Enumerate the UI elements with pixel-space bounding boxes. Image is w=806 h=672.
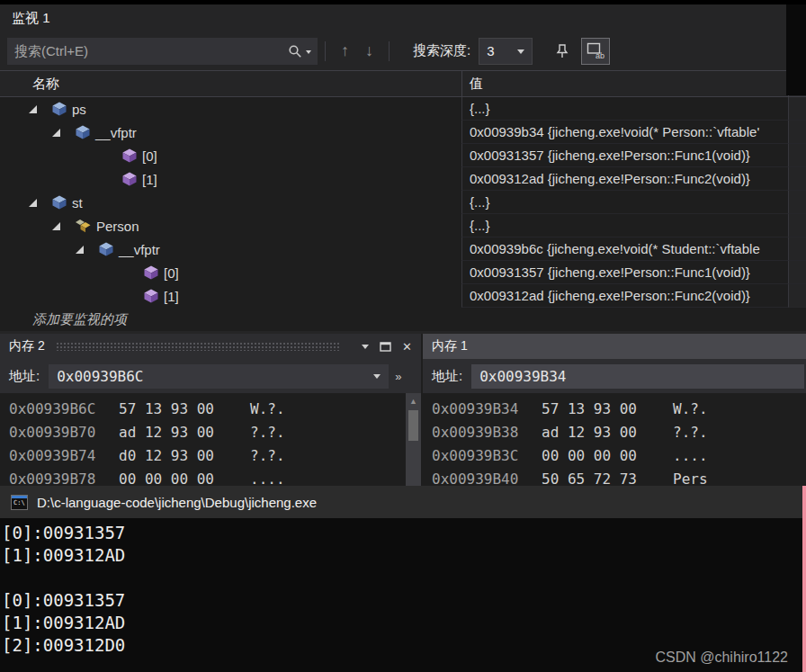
add-watch-row[interactable]: 添加要监视的项 <box>0 308 806 331</box>
memory2-titlebar[interactable]: 内存 2 ✕ <box>0 334 421 359</box>
memory1-titlebar[interactable]: 内存 1 <box>423 334 806 359</box>
watch-panel-titlebar[interactable]: 监视 1 <box>0 4 806 31</box>
search-box-icons <box>288 44 318 58</box>
expand-arrow-icon[interactable] <box>29 199 37 207</box>
tree-row[interactable]: st {...} <box>0 191 806 214</box>
base-class-icon <box>76 219 91 233</box>
memory1-title: 内存 1 <box>432 338 468 354</box>
search-icon[interactable] <box>288 44 302 58</box>
arrow-up-icon[interactable]: ↑ <box>333 41 357 60</box>
vertical-scrollbar[interactable]: ▲ <box>406 393 421 486</box>
toolbar-separator <box>325 41 326 61</box>
row-value[interactable]: 0x00939b6c {jicheng.exe!void(* Student::… <box>461 237 788 261</box>
tree-row[interactable]: Person {...} <box>0 214 806 237</box>
expand-arrow-icon[interactable] <box>29 105 37 113</box>
row-value[interactable]: 0x009312ad {jicheng.exe!Person::Func2(vo… <box>461 167 788 191</box>
search-input[interactable] <box>7 43 288 58</box>
row-name: Person <box>96 219 139 234</box>
row-gutter <box>788 214 806 237</box>
row-gutter <box>788 284 806 308</box>
row-value[interactable]: 0x00931357 {jicheng.exe!Person::Func1(vo… <box>461 144 788 167</box>
row-value[interactable]: 0x00939b34 {jicheng.exe!void(* Person::`… <box>461 121 788 144</box>
search-depth-combo[interactable]: 3 <box>479 38 533 65</box>
memory-row: 0x00939B70 ad 12 93 00 ?.?. <box>9 420 421 444</box>
console-output: [0]:00931357 [1]:009312AD [0]:00931357 [… <box>0 518 802 657</box>
ab-box-icon: ab <box>587 42 605 59</box>
vs-debugger-screen: 监视 1 ↑ ↓ 搜索深度: 3 <box>0 0 806 672</box>
memory2-panel: 内存 2 ✕ 地址: 0x00939B6C » 0x00939B6C 57 13… <box>0 334 421 486</box>
tree-row[interactable]: __vfptr 0x00939b6c {jicheng.exe!void(* S… <box>0 237 806 261</box>
row-name: __vfptr <box>95 125 137 140</box>
row-name: [1] <box>164 289 179 304</box>
memory-row: 0x00939B3C 00 00 00 00 .... <box>432 444 806 467</box>
chevron-down-icon <box>373 374 381 382</box>
row-value[interactable]: {...} <box>461 191 788 214</box>
method-icon <box>144 289 158 303</box>
ab-box-button[interactable]: ab <box>581 38 610 65</box>
scrollbar-thumb[interactable] <box>408 410 418 441</box>
close-icon[interactable]: ✕ <box>402 340 412 354</box>
row-name: ps <box>72 102 86 117</box>
console-window: D:\c-language-code\jicheng\Debug\jicheng… <box>0 486 806 672</box>
row-gutter <box>788 97 806 121</box>
column-header-value-label: 值 <box>470 76 483 93</box>
tree-row[interactable]: __vfptr 0x00939b34 {jicheng.exe!void(* P… <box>0 121 806 144</box>
row-name: st <box>72 195 83 211</box>
row-value[interactable]: 0x00931357 {jicheng.exe!Person::Func1(vo… <box>461 261 788 284</box>
chevron-down-icon[interactable] <box>306 50 311 57</box>
memory1-address-combo[interactable]: 0x00939B34 <box>471 364 804 389</box>
row-gutter <box>788 144 806 167</box>
search-box[interactable] <box>7 38 318 65</box>
expand-arrow-icon[interactable] <box>52 222 60 230</box>
expand-arrow-icon[interactable] <box>52 129 60 137</box>
row-value[interactable]: {...} <box>461 214 788 237</box>
tree-row[interactable]: [0] 0x00931357 {jicheng.exe!Person::Func… <box>0 261 806 284</box>
field-icon <box>76 125 90 139</box>
memory-row: 0x00939B38 ad 12 93 00 ?.?. <box>432 420 806 444</box>
column-header-name[interactable]: 名称 <box>0 71 461 96</box>
watch-toolbar: ↑ ↓ 搜索深度: 3 ab <box>0 31 806 70</box>
arrow-down-icon[interactable]: ↓ <box>357 41 381 60</box>
overflow-chevrons-icon[interactable]: » <box>395 370 399 383</box>
field-icon <box>52 195 67 210</box>
memory2-content: 0x00939B6C 57 13 93 00 W.?. 0x00939B70 a… <box>0 393 421 486</box>
row-value[interactable]: {...} <box>461 97 788 121</box>
expand-arrow-icon[interactable] <box>76 246 84 254</box>
row-gutter <box>788 237 806 261</box>
drag-grip[interactable] <box>56 342 340 351</box>
pin-button[interactable] <box>547 38 576 65</box>
method-icon <box>122 172 137 186</box>
scroll-up-icon[interactable]: ▲ <box>406 393 421 408</box>
column-header-value[interactable]: 值 <box>461 71 788 96</box>
watermark: CSDN @chihiro1122 <box>655 650 788 666</box>
row-name: [0] <box>142 148 157 164</box>
tree-row[interactable]: [0] 0x00931357 {jicheng.exe!Person::Func… <box>0 144 806 167</box>
watch-panel-title: 监视 1 <box>12 10 50 27</box>
memory-row: 0x00939B6C 57 13 93 00 W.?. <box>9 397 421 420</box>
chevron-down-icon[interactable] <box>362 340 369 353</box>
console-titlebar[interactable]: D:\c-language-code\jicheng\Debug\jicheng… <box>0 486 802 518</box>
toolbar-separator <box>389 41 390 61</box>
watch-grid-rows: ps {...} __vfptr 0x00939b34 {jicheng.exe… <box>0 97 806 331</box>
row-gutter <box>788 261 806 284</box>
field-icon <box>99 242 113 256</box>
address-label: 地址: <box>9 368 40 385</box>
row-name: [1] <box>142 172 157 187</box>
console-line: [0]:00931357 <box>2 522 802 544</box>
tree-row[interactable]: [1] 0x009312ad {jicheng.exe!Person::Func… <box>0 167 806 191</box>
tree-row[interactable]: [1] 0x009312ad {jicheng.exe!Person::Func… <box>0 284 806 308</box>
float-window-icon[interactable] <box>380 342 391 352</box>
tree-row[interactable]: ps {...} <box>0 97 806 121</box>
memory2-address-row: 地址: 0x00939B6C » <box>0 359 421 393</box>
memory2-address-value: 0x00939B6C <box>57 368 143 385</box>
memory1-content: 0x00939B34 57 13 93 00 W.?. 0x00939B38 a… <box>423 393 806 486</box>
address-label: 地址: <box>432 368 462 385</box>
memory2-address-combo[interactable]: 0x00939B6C <box>49 364 389 389</box>
search-depth-label: 搜索深度: <box>413 42 470 59</box>
memory-row: 0x00939B34 57 13 93 00 W.?. <box>432 397 806 420</box>
console-line: [1]:009312AD <box>2 544 802 567</box>
column-header-name-label: 名称 <box>32 76 59 93</box>
row-value[interactable]: 0x009312ad {jicheng.exe!Person::Func2(vo… <box>461 284 788 308</box>
field-icon <box>52 102 67 116</box>
watch-panel: 监视 1 ↑ ↓ 搜索深度: 3 <box>0 0 806 334</box>
